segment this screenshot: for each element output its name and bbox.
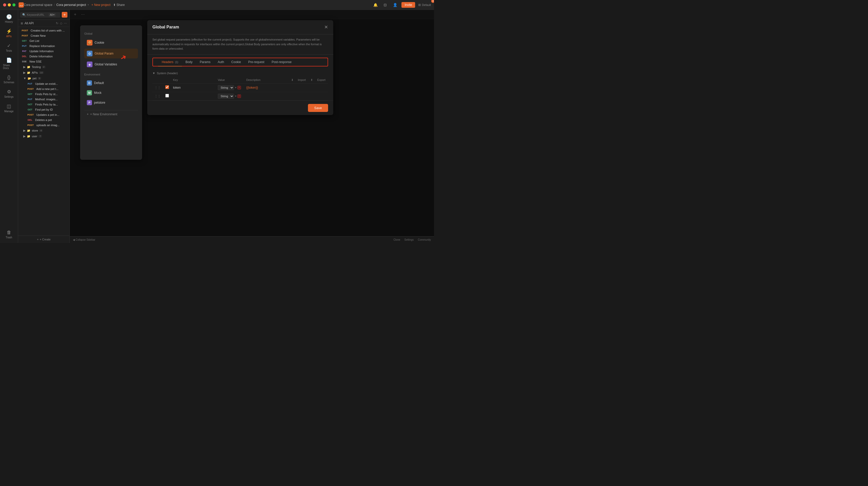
community-label[interactable]: Community [418, 238, 431, 241]
method-badge-put: PUT [21, 45, 28, 48]
content-area: + ⋯ Global 🍪 Cookie ⚙ Global Param ◈ Glo… [70, 10, 434, 243]
folder-chevron-pet: ▼ [23, 77, 26, 80]
system-header-section[interactable]: ▼ System (header) [152, 69, 328, 77]
close-traffic-light[interactable] [3, 3, 6, 6]
col-import: Import [296, 77, 308, 84]
env-letter-petstore: P [87, 100, 92, 105]
sync-icon[interactable]: ↻ [56, 22, 58, 25]
share-button[interactable]: ⬆ Share [113, 3, 125, 7]
api-pet-deletes[interactable]: DEL Deletes a pet [18, 117, 69, 122]
drag-handle-2[interactable]: ⋮⋮ [154, 94, 161, 98]
tab-headers[interactable]: Headers (1) [158, 58, 182, 66]
global-section-label: Global [84, 32, 138, 35]
tab-post-response[interactable]: Post-response [268, 58, 295, 66]
api-pet-update[interactable]: PUT Update an existi... [18, 81, 69, 86]
notification-bell-button[interactable]: 🔔 3 [372, 2, 379, 8]
folder-user[interactable]: ▶ 📁 user 7 [18, 134, 69, 139]
method-badge-sse: SSE [21, 60, 28, 63]
row-2-required-badge[interactable]: * [238, 94, 241, 98]
create-button[interactable]: + + Create [37, 238, 51, 241]
api-pet-updates[interactable]: POST Updates a pet in... [18, 112, 69, 117]
folder-count-pet: 9 [38, 77, 41, 80]
sidebar-item-schemas[interactable]: {} Schemas [2, 73, 17, 86]
new-project-button[interactable]: + New project [91, 3, 111, 7]
row-2-key-input[interactable] [173, 94, 214, 98]
api-item-pat-update[interactable]: PAT Update Information [18, 49, 69, 54]
api-item-create-new[interactable]: POST Create New [18, 33, 69, 38]
tab-pre-request[interactable]: Pre-request [245, 58, 268, 66]
folder-store[interactable]: ▶ 📁 store 4 [18, 128, 69, 134]
row-2-value-input[interactable] [246, 94, 287, 98]
sidebar-item-trash[interactable]: 🗑 Trash [2, 228, 17, 241]
col-check [163, 77, 171, 84]
sidebar-item-manage[interactable]: ◫ Manage [2, 101, 17, 115]
add-api-button[interactable]: + [62, 12, 67, 18]
row-1-required-badge[interactable]: * [238, 86, 241, 89]
sidebar-item-history[interactable]: 🕐 History [2, 12, 17, 25]
api-pet-finds-tags[interactable]: GET Finds Pets by ta... [18, 102, 69, 107]
tab-cookie[interactable]: Cookie [227, 58, 244, 66]
method-badge-pat: PAT [21, 50, 28, 53]
tab-params[interactable]: Params [196, 58, 214, 66]
panel-item-global-param[interactable]: ⚙ Global Param [84, 49, 138, 58]
panel-item-cookie[interactable]: 🍪 Cookie [84, 38, 138, 48]
env-item-mock[interactable]: M Mock [84, 88, 138, 97]
window-button[interactable]: ⊡ [382, 2, 389, 8]
api-pet-add[interactable]: POST Add a new pet t... [18, 86, 69, 91]
drag-handle-1[interactable]: ⋮⋮ [154, 86, 161, 89]
dropdown-icon[interactable]: ▾ [88, 3, 89, 6]
row-2-type-select[interactable]: String [218, 93, 234, 99]
more-icon[interactable]: ⋯ [64, 22, 67, 25]
row-1-type-dropdown[interactable]: ▾ [235, 86, 237, 89]
folder-testing[interactable]: ▶ 📁 Testing 2 [18, 64, 69, 70]
invite-button[interactable]: Invite [401, 2, 415, 8]
avatar-button[interactable]: 👤 [392, 2, 398, 8]
tab-body[interactable]: Body [182, 58, 196, 66]
sidebar-item-settings[interactable]: ⚙ Settings [2, 87, 17, 100]
minimize-traffic-light[interactable] [8, 3, 11, 6]
tab-auth[interactable]: Auth [214, 58, 228, 66]
env-item-petstore[interactable]: P petstore [84, 98, 138, 107]
folder-pet[interactable]: ▼ 📂 pet 9 [18, 76, 69, 81]
sidebar-item-apis[interactable]: ⚡ APIs [2, 26, 17, 40]
notification-badge: 3 [431, 0, 434, 3]
search-input[interactable] [27, 13, 48, 16]
row-1-type-select[interactable]: String [218, 85, 234, 90]
folder-apis[interactable]: ▶ 📁 APIs 10 [18, 70, 69, 76]
api-pet-find-by-id[interactable]: GET Find pet by ID [18, 107, 69, 112]
api-item-del-delete[interactable]: DEL Delete Information [18, 54, 69, 59]
row-2-type-dropdown[interactable]: ▾ [235, 95, 237, 97]
filter-badge[interactable]: All ▾ [49, 13, 56, 17]
panel-item-global-variables[interactable]: ◈ Global Variables [84, 59, 138, 69]
api-pet-finds-status[interactable]: GET Finds Pets by st... [18, 91, 69, 97]
api-item-sse-new[interactable]: SSE New SSE [18, 59, 69, 64]
api-pet-images[interactable]: PUT Method: images... [18, 97, 69, 102]
settings-icon-small[interactable]: ◇ [60, 22, 62, 25]
row-1-checkbox[interactable] [165, 85, 169, 89]
tests-icon: ✓ [7, 43, 11, 49]
fullscreen-traffic-light[interactable] [12, 3, 16, 6]
new-environment-button[interactable]: + + New Environment [84, 110, 138, 118]
sidebar-item-share-docs[interactable]: 📄 Share Docs [2, 55, 17, 72]
history-icon: 🕐 [6, 14, 12, 20]
settings-status-label[interactable]: Settings [404, 238, 413, 241]
api-item-get-list[interactable]: GET Get List [18, 38, 69, 44]
method-put-pet: PUT [26, 82, 34, 85]
dialog-close-button[interactable]: ✕ [324, 24, 328, 30]
clone-label[interactable]: Clone [394, 238, 400, 241]
titlebar-right: 🔔 3 ⊡ 👤 Invite ⊞ Default [372, 2, 431, 8]
api-pet-uploads[interactable]: POST uploads an imag... [18, 122, 69, 128]
collapse-sidebar-label[interactable]: ◀ Collapse Sidebar [73, 238, 95, 241]
save-button[interactable]: Save [308, 104, 328, 112]
dialog-content: ▼ System (header) Key Value Description [147, 69, 333, 101]
sidebar-item-tests[interactable]: ✓ Tests [2, 41, 17, 54]
api-item-creates-list[interactable]: POST Creates list of users with ... [18, 28, 69, 33]
row-1-value: {{token}} [246, 86, 258, 89]
dialog-title: Global Param [152, 25, 179, 29]
folder-chevron-apis: ▶ [23, 71, 26, 75]
env-item-default[interactable]: D Default [84, 79, 138, 87]
row-2-checkbox[interactable] [165, 94, 169, 97]
apis-icon: ⚡ [6, 28, 12, 34]
method-badge-post-2: POST [21, 34, 29, 37]
api-item-put-replace[interactable]: PUT Replace Information [18, 44, 69, 49]
